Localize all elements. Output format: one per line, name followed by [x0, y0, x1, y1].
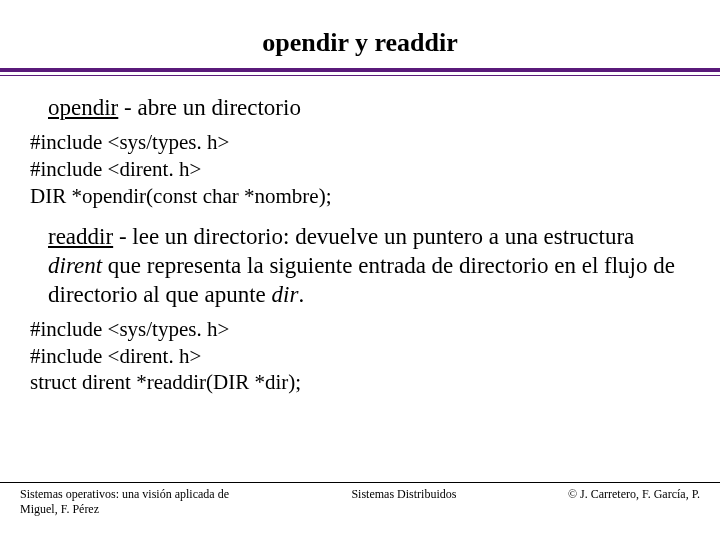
readdir-code: #include <sys/types. h> #include <dirent… — [30, 316, 690, 397]
readdir-desc-c: . — [298, 282, 304, 307]
code-line: #include <sys/types. h> — [30, 316, 690, 343]
code-line: DIR *opendir(const char *nombre); — [30, 183, 690, 210]
readdir-fn-name: readdir — [48, 224, 113, 249]
readdir-dirent: dirent — [48, 253, 102, 278]
slide-footer: Sistemas operativos: una visión aplicada… — [0, 482, 720, 516]
slide-title: opendir y readdir — [0, 0, 720, 68]
code-line: #include <dirent. h> — [30, 343, 690, 370]
footer-right: © J. Carretero, F. García, P. — [568, 487, 700, 502]
title-underline — [0, 68, 720, 76]
readdir-intro: readdir - lee un directorio: devuelve un… — [48, 223, 690, 309]
opendir-intro: opendir - abre un directorio — [48, 94, 690, 123]
code-line: #include <sys/types. h> — [30, 129, 690, 156]
code-line: struct dirent *readdir(DIR *dir); — [30, 369, 690, 396]
opendir-desc: - abre un directorio — [118, 95, 301, 120]
footer-center: Sistemas Distribuidos — [240, 487, 568, 502]
footer-left: Sistemas operativos: una visión aplicada… — [20, 487, 240, 516]
code-line: #include <dirent. h> — [30, 156, 690, 183]
slide-content: opendir - abre un directorio #include <s… — [0, 76, 720, 396]
readdir-dir: dir — [272, 282, 299, 307]
opendir-code: #include <sys/types. h> #include <dirent… — [30, 129, 690, 210]
readdir-desc-b: que representa la siguiente entrada de d… — [48, 253, 675, 307]
opendir-fn-name: opendir — [48, 95, 118, 120]
readdir-desc-a: - lee un directorio: devuelve un puntero… — [113, 224, 634, 249]
